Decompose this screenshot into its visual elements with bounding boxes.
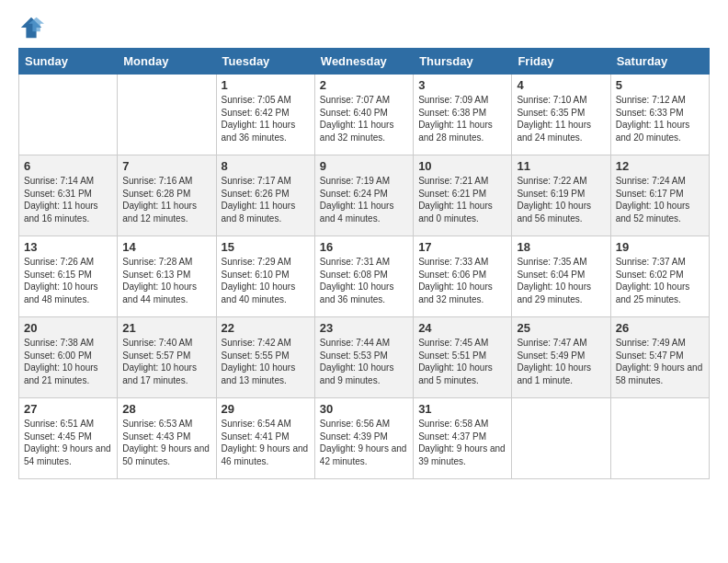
day-number: 10 [418, 159, 506, 173]
day-info: Sunrise: 7:16 AM Sunset: 6:28 PM Dayligh… [122, 175, 210, 224]
day-info: Sunrise: 7:07 AM Sunset: 6:40 PM Dayligh… [320, 94, 408, 144]
day-number: 29 [222, 402, 310, 416]
day-info: Sunrise: 7:44 AM Sunset: 5:53 PM Dayligh… [320, 337, 408, 386]
day-number: 8 [222, 159, 310, 173]
day-cell: 13Sunrise: 7:26 AM Sunset: 6:15 PM Dayli… [19, 236, 118, 317]
day-cell: 5Sunrise: 7:12 AM Sunset: 6:33 PM Daylig… [610, 75, 709, 155]
day-number: 31 [418, 402, 506, 416]
week-row-4: 20Sunrise: 7:38 AM Sunset: 6:00 PM Dayli… [19, 317, 710, 398]
day-number: 21 [122, 321, 210, 335]
day-info: Sunrise: 7:21 AM Sunset: 6:21 PM Dayligh… [418, 175, 506, 224]
column-header-monday: Monday [118, 49, 216, 75]
day-info: Sunrise: 7:05 AM Sunset: 6:42 PM Dayligh… [222, 94, 310, 144]
column-header-tuesday: Tuesday [216, 49, 314, 75]
day-number: 26 [616, 321, 704, 335]
day-cell: 9Sunrise: 7:19 AM Sunset: 6:24 PM Daylig… [314, 155, 413, 236]
day-number: 27 [24, 402, 112, 416]
day-cell: 4Sunrise: 7:10 AM Sunset: 6:35 PM Daylig… [512, 75, 610, 155]
day-number: 22 [222, 321, 310, 335]
day-cell: 1Sunrise: 7:05 AM Sunset: 6:42 PM Daylig… [216, 75, 314, 155]
day-cell: 10Sunrise: 7:21 AM Sunset: 6:21 PM Dayli… [414, 155, 512, 236]
day-number: 28 [122, 402, 210, 416]
day-info: Sunrise: 7:42 AM Sunset: 5:55 PM Dayligh… [222, 337, 310, 386]
calendar-table: SundayMondayTuesdayWednesdayThursdayFrid… [18, 48, 710, 479]
day-info: Sunrise: 7:49 AM Sunset: 5:47 PM Dayligh… [616, 337, 704, 386]
day-number: 25 [517, 321, 605, 335]
day-info: Sunrise: 6:53 AM Sunset: 4:43 PM Dayligh… [122, 418, 210, 467]
day-info: Sunrise: 7:26 AM Sunset: 6:15 PM Dayligh… [24, 256, 112, 305]
day-cell: 3Sunrise: 7:09 AM Sunset: 6:38 PM Daylig… [414, 75, 512, 155]
day-info: Sunrise: 6:58 AM Sunset: 4:37 PM Dayligh… [418, 418, 506, 467]
day-number: 20 [24, 321, 112, 335]
day-cell: 11Sunrise: 7:22 AM Sunset: 6:19 PM Dayli… [512, 155, 610, 236]
day-info: Sunrise: 6:51 AM Sunset: 4:45 PM Dayligh… [24, 418, 112, 467]
day-number: 30 [320, 402, 408, 416]
day-cell [610, 398, 709, 479]
column-header-saturday: Saturday [610, 49, 709, 75]
day-info: Sunrise: 7:19 AM Sunset: 6:24 PM Dayligh… [320, 175, 408, 224]
day-cell: 21Sunrise: 7:40 AM Sunset: 5:57 PM Dayli… [118, 317, 216, 398]
day-info: Sunrise: 7:40 AM Sunset: 5:57 PM Dayligh… [122, 337, 210, 386]
page: SundayMondayTuesdayWednesdayThursdayFrid… [0, 0, 728, 490]
day-info: Sunrise: 7:47 AM Sunset: 5:49 PM Dayligh… [517, 337, 605, 386]
column-header-friday: Friday [512, 49, 610, 75]
column-header-sunday: Sunday [19, 49, 118, 75]
day-number: 24 [418, 321, 506, 335]
day-cell: 27Sunrise: 6:51 AM Sunset: 4:45 PM Dayli… [19, 398, 118, 479]
day-cell: 31Sunrise: 6:58 AM Sunset: 4:37 PM Dayli… [414, 398, 512, 479]
day-info: Sunrise: 7:45 AM Sunset: 5:51 PM Dayligh… [418, 337, 506, 386]
day-cell: 8Sunrise: 7:17 AM Sunset: 6:26 PM Daylig… [216, 155, 314, 236]
day-cell: 17Sunrise: 7:33 AM Sunset: 6:06 PM Dayli… [414, 236, 512, 317]
logo [18, 15, 48, 40]
day-info: Sunrise: 7:35 AM Sunset: 6:04 PM Dayligh… [517, 256, 605, 305]
day-cell: 6Sunrise: 7:14 AM Sunset: 6:31 PM Daylig… [19, 155, 118, 236]
day-cell: 19Sunrise: 7:37 AM Sunset: 6:02 PM Dayli… [610, 236, 709, 317]
day-number: 18 [517, 240, 605, 254]
day-cell: 15Sunrise: 7:29 AM Sunset: 6:10 PM Dayli… [216, 236, 314, 317]
day-cell: 25Sunrise: 7:47 AM Sunset: 5:49 PM Dayli… [512, 317, 610, 398]
day-cell [19, 75, 118, 155]
logo-icon [18, 15, 44, 40]
day-cell: 26Sunrise: 7:49 AM Sunset: 5:47 PM Dayli… [610, 317, 709, 398]
column-header-wednesday: Wednesday [314, 49, 413, 75]
day-number: 7 [122, 159, 210, 173]
day-number: 19 [616, 240, 704, 254]
day-info: Sunrise: 7:38 AM Sunset: 6:00 PM Dayligh… [24, 337, 112, 386]
day-number: 17 [418, 240, 506, 254]
day-cell: 29Sunrise: 6:54 AM Sunset: 4:41 PM Dayli… [216, 398, 314, 479]
day-info: Sunrise: 6:56 AM Sunset: 4:39 PM Dayligh… [320, 418, 408, 467]
day-cell: 28Sunrise: 6:53 AM Sunset: 4:43 PM Dayli… [118, 398, 216, 479]
day-number: 2 [320, 78, 408, 92]
day-number: 15 [222, 240, 310, 254]
day-number: 14 [122, 240, 210, 254]
day-cell: 24Sunrise: 7:45 AM Sunset: 5:51 PM Dayli… [414, 317, 512, 398]
day-info: Sunrise: 7:29 AM Sunset: 6:10 PM Dayligh… [222, 256, 310, 305]
day-info: Sunrise: 7:10 AM Sunset: 6:35 PM Dayligh… [517, 94, 605, 144]
day-number: 1 [222, 78, 310, 92]
day-number: 9 [320, 159, 408, 173]
day-cell: 2Sunrise: 7:07 AM Sunset: 6:40 PM Daylig… [314, 75, 413, 155]
day-number: 11 [517, 159, 605, 173]
day-info: Sunrise: 7:37 AM Sunset: 6:02 PM Dayligh… [616, 256, 704, 305]
day-cell: 18Sunrise: 7:35 AM Sunset: 6:04 PM Dayli… [512, 236, 610, 317]
day-info: Sunrise: 7:28 AM Sunset: 6:13 PM Dayligh… [122, 256, 210, 305]
day-cell [512, 398, 610, 479]
week-row-2: 6Sunrise: 7:14 AM Sunset: 6:31 PM Daylig… [19, 155, 710, 236]
day-cell: 16Sunrise: 7:31 AM Sunset: 6:08 PM Dayli… [314, 236, 413, 317]
day-cell: 23Sunrise: 7:44 AM Sunset: 5:53 PM Dayli… [314, 317, 413, 398]
day-info: Sunrise: 7:14 AM Sunset: 6:31 PM Dayligh… [24, 175, 112, 224]
day-cell: 30Sunrise: 6:56 AM Sunset: 4:39 PM Dayli… [314, 398, 413, 479]
day-info: Sunrise: 7:31 AM Sunset: 6:08 PM Dayligh… [320, 256, 408, 305]
day-cell: 7Sunrise: 7:16 AM Sunset: 6:28 PM Daylig… [118, 155, 216, 236]
day-number: 4 [517, 78, 605, 92]
day-info: Sunrise: 6:54 AM Sunset: 4:41 PM Dayligh… [222, 418, 310, 467]
week-row-5: 27Sunrise: 6:51 AM Sunset: 4:45 PM Dayli… [19, 398, 710, 479]
day-cell: 20Sunrise: 7:38 AM Sunset: 6:00 PM Dayli… [19, 317, 118, 398]
day-number: 5 [616, 78, 704, 92]
day-info: Sunrise: 7:24 AM Sunset: 6:17 PM Dayligh… [616, 175, 704, 224]
day-info: Sunrise: 7:33 AM Sunset: 6:06 PM Dayligh… [418, 256, 506, 305]
day-info: Sunrise: 7:12 AM Sunset: 6:33 PM Dayligh… [616, 94, 704, 144]
day-cell: 14Sunrise: 7:28 AM Sunset: 6:13 PM Dayli… [118, 236, 216, 317]
day-number: 12 [616, 159, 704, 173]
day-number: 3 [418, 78, 506, 92]
